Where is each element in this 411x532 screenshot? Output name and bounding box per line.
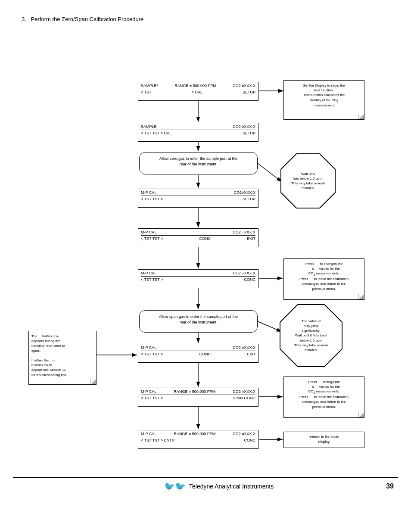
lcd6-bottom-right: EXIT bbox=[247, 352, 255, 356]
lcd4-top-right: CO2 =XXX.X bbox=[233, 230, 255, 234]
step-title: Perform the Zero/Span Calibration Proced… bbox=[31, 16, 144, 22]
note-2-text: Press to changes the & values for theCO2… bbox=[299, 262, 349, 291]
lcd7-top-right: CO2 =XXX.X bbox=[233, 389, 255, 394]
lcd6-top-right: CO2 =XXX.X bbox=[233, 345, 255, 350]
lcd7-top-middle: RANGE = 500.000 PPM bbox=[174, 389, 215, 394]
content-area: 3. Perform the Zero/Span Calibration Pro… bbox=[0, 8, 411, 474]
lcd-screen-8: M-P CAL RANGE = 500.000 PPM CO2 =XXX.X <… bbox=[138, 430, 258, 449]
octagon-1: Wait untilfalls below 1.0 ppm.This may t… bbox=[280, 153, 336, 209]
footer-logo-text: Teledyne Analytical Instruments bbox=[189, 483, 274, 490]
lcd-screen-3: M-P CAL CO2=XXX.X < TST TST > SETUP bbox=[138, 189, 258, 208]
lcd4-top-left: M-P CAL bbox=[141, 230, 156, 234]
lcd5-top-left: M-P CAL bbox=[141, 271, 156, 275]
lcd4-bottom-right: EXIT bbox=[247, 236, 255, 241]
process-box-zero-gas-text: Allow zero gas to enter the sample port … bbox=[159, 156, 237, 166]
lcd7-bottom-middle: SPAN CONC bbox=[233, 396, 255, 400]
octagon-2: The value ofmay jumpsignificantly.Wait u… bbox=[279, 304, 343, 367]
lcd3-top-left: M-P CAL bbox=[141, 190, 156, 195]
svg-line-14 bbox=[258, 321, 282, 332]
diagram-container: SAMPLE* RANGE = 500.000 PPM CO2 =XXX.X <… bbox=[17, 30, 396, 470]
lcd-screen-4: M-P CAL CO2 =XXX.X < TST TST > CONC EXIT bbox=[138, 228, 258, 247]
lcd-screen-7: M-P CAL RANGE = 500.000 PPM CO2 =XXX.X <… bbox=[138, 388, 258, 407]
lcd-screen-1: SAMPLE* RANGE = 500.000 PPM CO2 =XXX.X <… bbox=[138, 82, 258, 101]
note-4: Press change the & values for theCO2 mea… bbox=[283, 376, 364, 418]
lcd3-bottom-left: < TST TST > bbox=[141, 197, 163, 201]
lcd2-bottom-left: < TST TST > CAL bbox=[141, 131, 171, 135]
process-box-span-gas-text: Allow span gas to enter the sample port … bbox=[159, 314, 238, 324]
lcd1-bottom-right: SETUP bbox=[243, 90, 255, 94]
step-number: 3. bbox=[22, 16, 26, 22]
note-1: Set the Display to show thetest function… bbox=[283, 80, 364, 120]
lcd5-top-right: CO2 =XXX.X bbox=[233, 271, 255, 275]
page-container: 3. Perform the Zero/Span Calibration Pro… bbox=[0, 8, 411, 532]
lcd4-bottom-left: < TST TST > bbox=[141, 236, 163, 241]
note-4-text: Press change the & values for theCO2 mea… bbox=[299, 380, 349, 409]
lcd5-bottom-middle: CONC bbox=[244, 277, 256, 282]
lcd2-top-right: CO2 =XXX.X bbox=[233, 124, 255, 129]
lcd6-bottom-middle: CONC bbox=[199, 352, 211, 356]
note-5: returns to the maindisplay bbox=[283, 432, 364, 448]
logo-icon: 🐦🐦 bbox=[164, 481, 186, 492]
svg-line-12 bbox=[258, 163, 282, 182]
footer: 🐦🐦 Teledyne Analytical Instruments 39 bbox=[0, 478, 411, 495]
lcd-screen-5: M-P CAL CO2 =XXX.X < TST TST > CONC bbox=[138, 269, 258, 288]
lcd-screen-6: M-P CAL CO2 =XXX.X < TST TST > CONC EXIT bbox=[138, 344, 258, 363]
lcd7-top-left: M-P CAL bbox=[141, 389, 156, 394]
process-box-span-gas: Allow span gas to enter the sample port … bbox=[139, 310, 258, 333]
lcd3-top-right: CO2=XXX.X bbox=[234, 190, 255, 195]
lcd6-top-left: M-P CAL bbox=[141, 345, 156, 350]
step-heading: 3. Perform the Zero/Span Calibration Pro… bbox=[22, 16, 394, 22]
note-2: Press to changes the & values for theCO2… bbox=[283, 258, 364, 300]
process-box-zero-gas: Allow zero gas to enter the sample port … bbox=[139, 152, 258, 174]
lcd3-bottom-right: SETUP bbox=[243, 197, 255, 201]
lcd8-top-right: CO2 =XXX.X bbox=[233, 432, 255, 436]
lcd4-bottom-middle: CONC bbox=[199, 236, 211, 241]
lcd1-top-middle: RANGE = 500.000 PPM bbox=[174, 84, 216, 88]
note-5-text: returns to the maindisplay bbox=[309, 435, 339, 445]
lcd1-top-right: CO2 =XXX.X bbox=[233, 84, 255, 88]
lcd2-bottom-right: SETUP bbox=[243, 131, 255, 135]
footer-page-number: 39 bbox=[386, 482, 394, 490]
lcd-screen-2: SAMPLE CO2 =XXX.X < TST TST > CAL SETUP bbox=[138, 123, 258, 142]
lcd8-bottom-middle: CONC bbox=[244, 438, 256, 442]
note-3: The button nowappears during thetransiti… bbox=[28, 331, 97, 385]
lcd1-top-left: SAMPLE* bbox=[141, 84, 158, 88]
footer-logo: 🐦🐦 Teledyne Analytical Instruments bbox=[164, 481, 274, 492]
lcd1-bottom-left: < TST bbox=[141, 90, 152, 94]
note-1-text: Set the Display to show thetest function… bbox=[303, 84, 345, 107]
lcd2-top-left: SAMPLE bbox=[141, 124, 157, 129]
lcd1-bottom-middle: > CAL bbox=[192, 90, 202, 94]
lcd5-bottom-left: < TST TST > bbox=[141, 277, 163, 282]
lcd7-bottom-left: < TST TST > bbox=[141, 396, 163, 400]
lcd6-bottom-left: < TST TST > bbox=[141, 352, 163, 356]
note-3-text: The button nowappears during thetransiti… bbox=[31, 334, 67, 377]
lcd8-top-left: M-P CAL bbox=[141, 432, 156, 436]
lcd8-bottom-left: < TST TST > ENTR bbox=[141, 438, 174, 442]
lcd8-top-middle: RANGE = 500.000 PPM bbox=[174, 432, 215, 436]
